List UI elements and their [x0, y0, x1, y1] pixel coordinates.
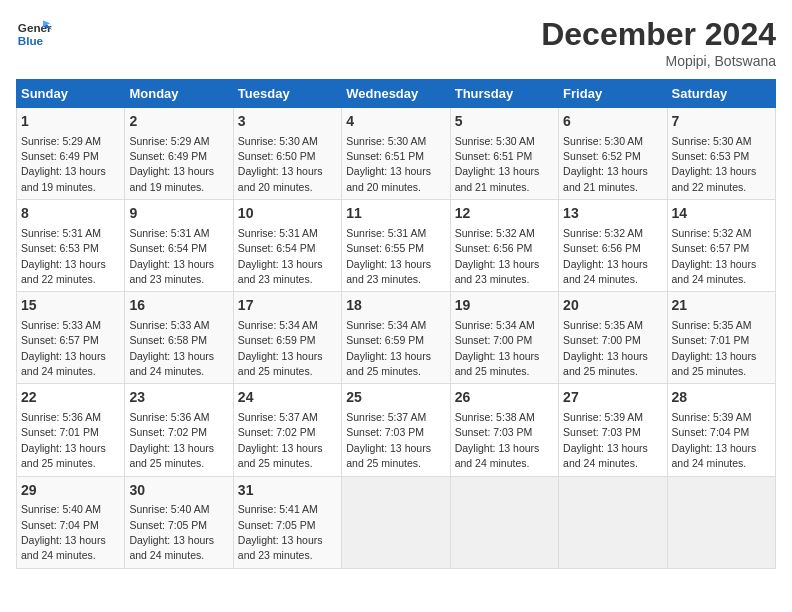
day-info: Sunrise: 5:36 AMSunset: 7:01 PMDaylight:…: [21, 411, 106, 469]
day-info: Sunrise: 5:29 AMSunset: 6:49 PMDaylight:…: [21, 135, 106, 193]
day-cell: 9 Sunrise: 5:31 AMSunset: 6:54 PMDayligh…: [125, 200, 233, 292]
day-cell: 30 Sunrise: 5:40 AMSunset: 7:05 PMDaylig…: [125, 476, 233, 568]
day-info: Sunrise: 5:41 AMSunset: 7:05 PMDaylight:…: [238, 503, 323, 561]
day-number: 14: [672, 204, 771, 224]
day-info: Sunrise: 5:29 AMSunset: 6:49 PMDaylight:…: [129, 135, 214, 193]
day-number: 30: [129, 481, 228, 501]
day-number: 31: [238, 481, 337, 501]
day-info: Sunrise: 5:37 AMSunset: 7:03 PMDaylight:…: [346, 411, 431, 469]
day-number: 3: [238, 112, 337, 132]
day-number: 17: [238, 296, 337, 316]
day-cell: 18 Sunrise: 5:34 AMSunset: 6:59 PMDaylig…: [342, 292, 450, 384]
day-info: Sunrise: 5:31 AMSunset: 6:54 PMDaylight:…: [238, 227, 323, 285]
day-info: Sunrise: 5:38 AMSunset: 7:03 PMDaylight:…: [455, 411, 540, 469]
day-cell: 15 Sunrise: 5:33 AMSunset: 6:57 PMDaylig…: [17, 292, 125, 384]
day-info: Sunrise: 5:31 AMSunset: 6:55 PMDaylight:…: [346, 227, 431, 285]
weekday-header-saturday: Saturday: [667, 80, 775, 108]
day-number: 25: [346, 388, 445, 408]
weekday-header-tuesday: Tuesday: [233, 80, 341, 108]
day-cell: [559, 476, 667, 568]
day-info: Sunrise: 5:34 AMSunset: 7:00 PMDaylight:…: [455, 319, 540, 377]
day-number: 15: [21, 296, 120, 316]
day-info: Sunrise: 5:30 AMSunset: 6:50 PMDaylight:…: [238, 135, 323, 193]
day-cell: 13 Sunrise: 5:32 AMSunset: 6:56 PMDaylig…: [559, 200, 667, 292]
day-info: Sunrise: 5:39 AMSunset: 7:03 PMDaylight:…: [563, 411, 648, 469]
page-header: General Blue December 2024 Mopipi, Botsw…: [16, 16, 776, 69]
weekday-header-sunday: Sunday: [17, 80, 125, 108]
day-number: 20: [563, 296, 662, 316]
day-info: Sunrise: 5:32 AMSunset: 6:56 PMDaylight:…: [455, 227, 540, 285]
day-number: 28: [672, 388, 771, 408]
week-row-2: 8 Sunrise: 5:31 AMSunset: 6:53 PMDayligh…: [17, 200, 776, 292]
day-cell: 27 Sunrise: 5:39 AMSunset: 7:03 PMDaylig…: [559, 384, 667, 476]
day-cell: 5 Sunrise: 5:30 AMSunset: 6:51 PMDayligh…: [450, 108, 558, 200]
day-cell: 16 Sunrise: 5:33 AMSunset: 6:58 PMDaylig…: [125, 292, 233, 384]
day-cell: 1 Sunrise: 5:29 AMSunset: 6:49 PMDayligh…: [17, 108, 125, 200]
week-row-5: 29 Sunrise: 5:40 AMSunset: 7:04 PMDaylig…: [17, 476, 776, 568]
weekday-header-monday: Monday: [125, 80, 233, 108]
day-cell: 21 Sunrise: 5:35 AMSunset: 7:01 PMDaylig…: [667, 292, 775, 384]
day-info: Sunrise: 5:30 AMSunset: 6:51 PMDaylight:…: [455, 135, 540, 193]
day-info: Sunrise: 5:32 AMSunset: 6:56 PMDaylight:…: [563, 227, 648, 285]
day-number: 27: [563, 388, 662, 408]
weekday-header-friday: Friday: [559, 80, 667, 108]
day-info: Sunrise: 5:34 AMSunset: 6:59 PMDaylight:…: [346, 319, 431, 377]
day-number: 13: [563, 204, 662, 224]
day-number: 6: [563, 112, 662, 132]
day-number: 22: [21, 388, 120, 408]
logo: General Blue: [16, 16, 52, 52]
day-number: 12: [455, 204, 554, 224]
week-row-4: 22 Sunrise: 5:36 AMSunset: 7:01 PMDaylig…: [17, 384, 776, 476]
day-cell: 25 Sunrise: 5:37 AMSunset: 7:03 PMDaylig…: [342, 384, 450, 476]
day-cell: 28 Sunrise: 5:39 AMSunset: 7:04 PMDaylig…: [667, 384, 775, 476]
day-info: Sunrise: 5:35 AMSunset: 7:00 PMDaylight:…: [563, 319, 648, 377]
day-info: Sunrise: 5:39 AMSunset: 7:04 PMDaylight:…: [672, 411, 757, 469]
day-cell: [450, 476, 558, 568]
week-row-1: 1 Sunrise: 5:29 AMSunset: 6:49 PMDayligh…: [17, 108, 776, 200]
day-info: Sunrise: 5:30 AMSunset: 6:53 PMDaylight:…: [672, 135, 757, 193]
day-info: Sunrise: 5:40 AMSunset: 7:05 PMDaylight:…: [129, 503, 214, 561]
day-cell: 20 Sunrise: 5:35 AMSunset: 7:00 PMDaylig…: [559, 292, 667, 384]
day-cell: 11 Sunrise: 5:31 AMSunset: 6:55 PMDaylig…: [342, 200, 450, 292]
day-number: 16: [129, 296, 228, 316]
day-cell: 26 Sunrise: 5:38 AMSunset: 7:03 PMDaylig…: [450, 384, 558, 476]
day-info: Sunrise: 5:30 AMSunset: 6:51 PMDaylight:…: [346, 135, 431, 193]
logo-icon: General Blue: [16, 16, 52, 52]
day-cell: 10 Sunrise: 5:31 AMSunset: 6:54 PMDaylig…: [233, 200, 341, 292]
day-info: Sunrise: 5:32 AMSunset: 6:57 PMDaylight:…: [672, 227, 757, 285]
day-number: 10: [238, 204, 337, 224]
title-block: December 2024 Mopipi, Botswana: [541, 16, 776, 69]
day-number: 9: [129, 204, 228, 224]
day-info: Sunrise: 5:33 AMSunset: 6:57 PMDaylight:…: [21, 319, 106, 377]
day-cell: 7 Sunrise: 5:30 AMSunset: 6:53 PMDayligh…: [667, 108, 775, 200]
day-cell: 2 Sunrise: 5:29 AMSunset: 6:49 PMDayligh…: [125, 108, 233, 200]
day-number: 1: [21, 112, 120, 132]
day-cell: 17 Sunrise: 5:34 AMSunset: 6:59 PMDaylig…: [233, 292, 341, 384]
day-info: Sunrise: 5:31 AMSunset: 6:53 PMDaylight:…: [21, 227, 106, 285]
day-info: Sunrise: 5:30 AMSunset: 6:52 PMDaylight:…: [563, 135, 648, 193]
day-cell: 8 Sunrise: 5:31 AMSunset: 6:53 PMDayligh…: [17, 200, 125, 292]
day-cell: 6 Sunrise: 5:30 AMSunset: 6:52 PMDayligh…: [559, 108, 667, 200]
day-info: Sunrise: 5:34 AMSunset: 6:59 PMDaylight:…: [238, 319, 323, 377]
day-cell: 23 Sunrise: 5:36 AMSunset: 7:02 PMDaylig…: [125, 384, 233, 476]
weekday-header-thursday: Thursday: [450, 80, 558, 108]
day-cell: 22 Sunrise: 5:36 AMSunset: 7:01 PMDaylig…: [17, 384, 125, 476]
day-cell: 12 Sunrise: 5:32 AMSunset: 6:56 PMDaylig…: [450, 200, 558, 292]
day-cell: [342, 476, 450, 568]
day-number: 26: [455, 388, 554, 408]
day-cell: [667, 476, 775, 568]
day-info: Sunrise: 5:36 AMSunset: 7:02 PMDaylight:…: [129, 411, 214, 469]
day-info: Sunrise: 5:37 AMSunset: 7:02 PMDaylight:…: [238, 411, 323, 469]
day-number: 24: [238, 388, 337, 408]
day-number: 8: [21, 204, 120, 224]
day-cell: 14 Sunrise: 5:32 AMSunset: 6:57 PMDaylig…: [667, 200, 775, 292]
day-number: 18: [346, 296, 445, 316]
day-info: Sunrise: 5:33 AMSunset: 6:58 PMDaylight:…: [129, 319, 214, 377]
day-info: Sunrise: 5:31 AMSunset: 6:54 PMDaylight:…: [129, 227, 214, 285]
weekday-header-wednesday: Wednesday: [342, 80, 450, 108]
day-number: 29: [21, 481, 120, 501]
day-number: 7: [672, 112, 771, 132]
day-number: 2: [129, 112, 228, 132]
day-number: 21: [672, 296, 771, 316]
day-info: Sunrise: 5:35 AMSunset: 7:01 PMDaylight:…: [672, 319, 757, 377]
